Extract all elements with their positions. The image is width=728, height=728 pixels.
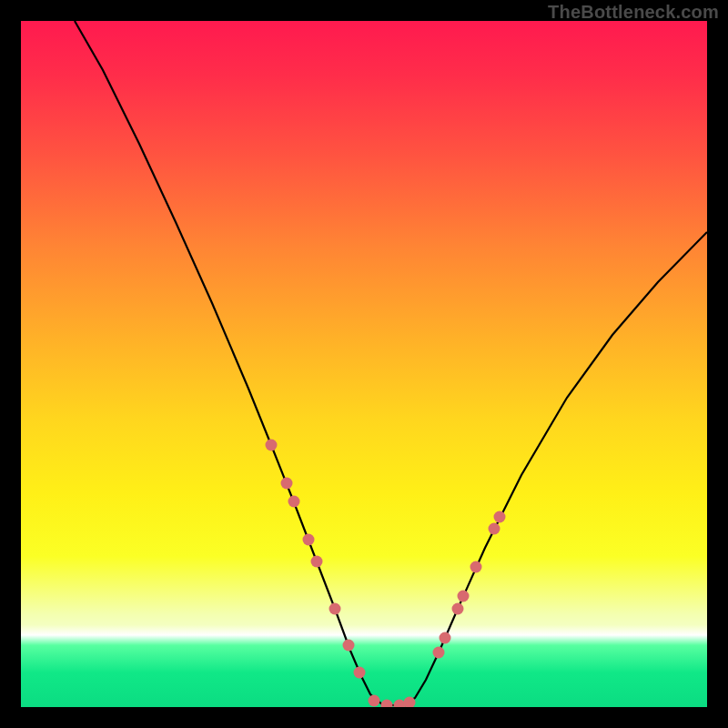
score-dot (433, 647, 445, 659)
watermark-text: TheBottleneck.com (548, 2, 719, 23)
score-dot (354, 667, 366, 679)
chart-frame: TheBottleneck.com (0, 0, 728, 728)
score-dot (470, 561, 482, 573)
score-dot (494, 511, 506, 523)
score-dot (343, 640, 355, 652)
plot-area (21, 21, 707, 707)
score-dot (452, 603, 464, 615)
score-dot (311, 556, 323, 568)
score-dot (303, 534, 315, 546)
score-dot (281, 478, 293, 490)
score-dot (440, 632, 451, 644)
score-dot (266, 440, 278, 451)
score-dot (489, 523, 500, 535)
score-dot (369, 695, 380, 707)
score-dots-group (266, 440, 506, 708)
chart-svg (21, 21, 707, 707)
score-dot (329, 603, 341, 615)
bottleneck-curve (75, 21, 707, 705)
score-dot (381, 700, 393, 708)
score-dot (288, 496, 300, 508)
score-dot (458, 591, 470, 602)
